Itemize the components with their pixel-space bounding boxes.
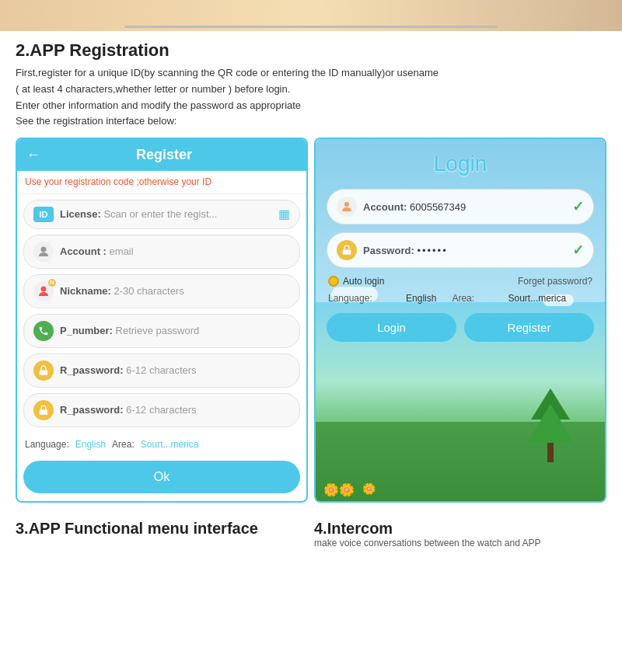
login-account-icon <box>337 197 357 217</box>
app-panels: ← Register Use your registration code ;o… <box>16 138 606 503</box>
login-account-field[interactable]: Account: 6005567349 ✓ <box>327 189 594 225</box>
svg-rect-3 <box>40 409 48 414</box>
auto-login-option[interactable]: Auto login <box>328 276 384 287</box>
rpassword2-placeholder: 6-12 characters <box>126 404 196 416</box>
nickname-field[interactable]: N Nickname: 2-30 characters <box>23 274 300 308</box>
lock2-icon <box>33 400 54 420</box>
license-label: License: <box>60 208 101 220</box>
password-dots: •••••• <box>417 245 447 256</box>
login-title: Login <box>327 151 594 176</box>
account-field[interactable]: Account : email <box>23 235 300 269</box>
section3-title: 3.APP Functional menu interface <box>16 520 308 538</box>
forget-password-link[interactable]: Forget password? <box>518 276 592 287</box>
license-placeholder: Scan or enter the regist... <box>103 208 217 220</box>
register-header: ← Register <box>17 139 306 171</box>
account-value: 6005567349 <box>410 201 466 213</box>
lock1-icon <box>33 360 54 381</box>
reg-area-label: Area: <box>112 439 135 450</box>
reg-area-val: Sourt...merica <box>141 439 199 450</box>
license-field[interactable]: ID License: Scan or enter the regist... … <box>23 200 300 229</box>
phone-label: P_number: <box>60 325 113 336</box>
register-button[interactable]: Register <box>464 313 594 342</box>
login-area-val: Sourt...merica <box>508 293 566 304</box>
account-label: Account: <box>363 201 407 213</box>
section4-desc: make voice conversations between the wat… <box>314 538 606 548</box>
tree <box>527 388 574 462</box>
nickname-placeholder: 2-30 characters <box>114 285 183 297</box>
account-placeholder: email <box>110 245 134 257</box>
flowers: 🌼🌼 <box>323 482 355 497</box>
phone-icon <box>33 321 54 341</box>
ok-button[interactable]: Ok <box>23 461 300 493</box>
login-button[interactable]: Login <box>327 313 456 342</box>
svg-rect-5 <box>343 250 351 255</box>
auto-login-label: Auto login <box>343 276 384 287</box>
section4-label: 4.Intercom make voice conversations betw… <box>314 520 606 548</box>
section4-title: 4.Intercom <box>314 520 606 538</box>
account-check-icon: ✓ <box>572 198 584 215</box>
bottom-labels: 3.APP Functional menu interface 4.Interc… <box>16 514 606 548</box>
register-warning: Use your registration code ;otherwise yo… <box>17 171 306 194</box>
register-footer: Language: English Area: Sourt...merica <box>17 433 306 456</box>
rpassword1-label: R_password: <box>60 364 124 376</box>
top-image-strip <box>0 0 622 31</box>
login-area-label: Area: <box>452 293 474 304</box>
login-form: Login Account: 6005567349 ✓ Password: <box>316 139 605 353</box>
reg-language-label: Language: <box>25 439 69 450</box>
login-password-field[interactable]: Password: •••••• ✓ <box>327 232 594 268</box>
phone-placeholder: Retrieve password <box>116 325 200 336</box>
login-language-label: Language: <box>328 293 372 304</box>
section-title: 2.APP Registration <box>16 40 606 61</box>
nickname-icon: N <box>33 281 54 301</box>
rpassword2-label: R_password: <box>60 404 124 416</box>
login-panel: 🌼🌼 🌼 Login Account: 6005567349 ✓ <box>314 138 606 503</box>
nickname-label: Nickname: <box>60 285 111 297</box>
reg-language-val: English <box>75 439 106 450</box>
section3-label: 3.APP Functional menu interface <box>16 520 308 548</box>
rpassword1-placeholder: 6-12 characters <box>126 364 196 376</box>
password-label: Password: <box>363 245 414 256</box>
login-lock-icon <box>337 240 357 260</box>
rpassword2-field[interactable]: R_password: 6-12 characters <box>23 393 300 427</box>
password-check-icon: ✓ <box>572 242 584 259</box>
register-title: Register <box>47 147 281 163</box>
login-language-val: English <box>406 293 436 304</box>
flowers2: 🌼 <box>362 482 376 495</box>
main-content: 2.APP Registration First,register for a … <box>0 31 622 558</box>
back-arrow-icon[interactable]: ← <box>26 147 40 163</box>
login-lang-area: Language: English Area: Sourt...merica <box>328 293 592 304</box>
id-icon: ID <box>33 207 54 222</box>
svg-rect-2 <box>40 370 48 374</box>
rpassword1-field[interactable]: R_password: 6-12 characters <box>23 353 300 388</box>
login-button-group: Login Register <box>327 313 594 342</box>
phone-field[interactable]: P_number: Retrieve password <box>23 314 300 348</box>
svg-point-4 <box>344 202 349 207</box>
login-options: Auto login Forget password? <box>328 276 592 287</box>
account-icon <box>33 242 54 262</box>
section-desc1: First,register for a unique ID(by scanni… <box>16 65 606 130</box>
svg-point-1 <box>41 286 47 291</box>
account-label: Account : <box>60 245 107 257</box>
scan-icon: ▦ <box>278 207 290 221</box>
svg-point-0 <box>41 246 47 252</box>
auto-login-radio[interactable] <box>328 276 339 287</box>
register-panel: ← Register Use your registration code ;o… <box>16 138 308 503</box>
